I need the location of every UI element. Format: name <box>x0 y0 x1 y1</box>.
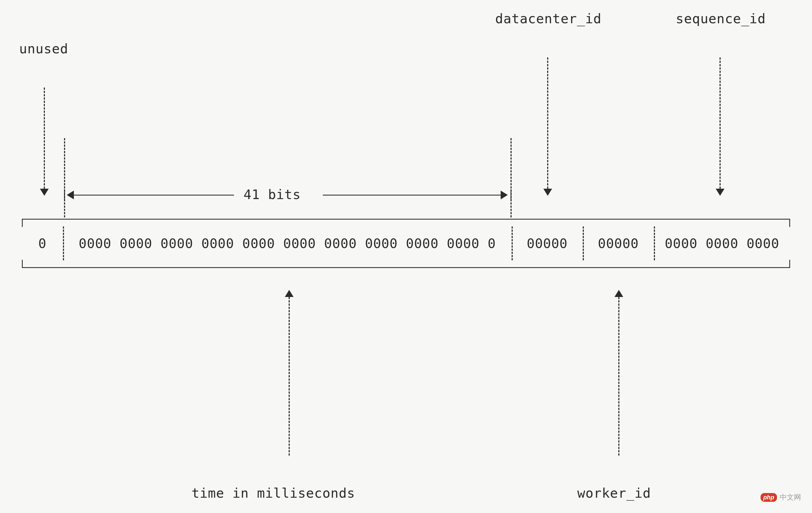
watermark: php 中文网 <box>760 492 801 502</box>
span-end-right <box>511 138 512 217</box>
arrow-up-icon <box>285 290 294 297</box>
bit-row: 0 0000 0000 0000 0000 0000 0000 0000 000… <box>22 219 790 268</box>
arrow-up-icon <box>614 290 623 297</box>
cell-unused-bits: 0 <box>22 219 63 268</box>
cell-datacenter-bits: 00000 <box>512 219 583 268</box>
label-unused: unused <box>19 41 68 56</box>
arrow-down-icon <box>543 189 552 196</box>
arrow-left-icon <box>67 190 74 199</box>
label-time-ms: time in milliseconds <box>192 485 355 501</box>
watermark-text: 中文网 <box>780 492 801 502</box>
span-tick <box>64 189 65 201</box>
pointer-unused <box>44 88 45 189</box>
pointer-sequence <box>720 57 721 189</box>
arrow-right-icon <box>501 190 508 199</box>
pointer-time <box>289 297 290 456</box>
watermark-logo: php <box>760 493 777 502</box>
span-line-left <box>74 195 234 195</box>
cell-timestamp-bits: 0000 0000 0000 0000 0000 0000 0000 0000 … <box>63 219 512 268</box>
cell-worker-bits: 00000 <box>583 219 654 268</box>
label-sequence-id: sequence_id <box>676 11 766 26</box>
label-worker-id: worker_id <box>577 485 651 501</box>
span-line-right <box>323 195 501 195</box>
arrow-down-icon <box>40 189 49 196</box>
pointer-worker <box>618 297 619 456</box>
cell-sequence-bits: 0000 0000 0000 <box>654 219 790 268</box>
pointer-datacenter <box>547 57 548 189</box>
span-tick <box>511 189 511 201</box>
label-datacenter-id: datacenter_id <box>495 11 602 26</box>
label-41-bits: 41 bits <box>243 187 301 202</box>
span-end-left <box>64 138 65 217</box>
arrow-down-icon <box>716 189 724 196</box>
